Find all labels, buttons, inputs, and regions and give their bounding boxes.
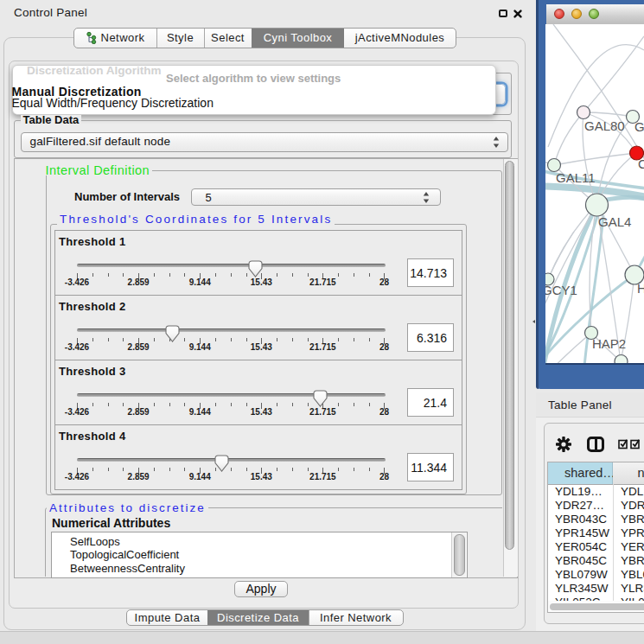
- svg-text:GAL4: GAL4: [598, 214, 631, 229]
- svg-text:GCY1: GCY1: [545, 283, 577, 297]
- svg-text:CRZ1: CRZ1: [638, 156, 644, 171]
- svg-text:GAL80: GAL80: [584, 118, 625, 133]
- svg-text:HIS4: HIS4: [637, 281, 644, 296]
- svg-text:GAL2: GAL2: [634, 119, 644, 134]
- svg-text:GAL11: GAL11: [556, 170, 596, 185]
- svg-text:HAP2: HAP2: [592, 336, 626, 351]
